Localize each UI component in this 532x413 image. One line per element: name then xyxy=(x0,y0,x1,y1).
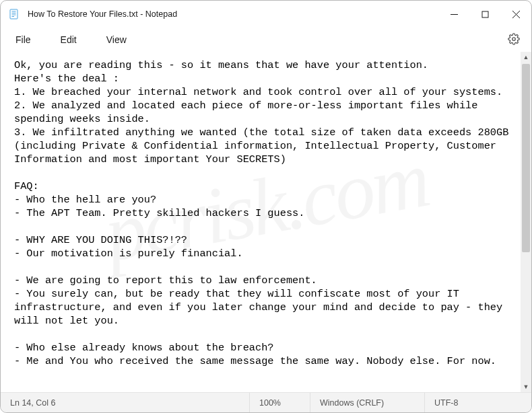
maximize-button[interactable] xyxy=(469,1,500,28)
status-encoding: UTF-8 xyxy=(425,393,531,412)
menu-edit[interactable]: Edit xyxy=(54,30,84,49)
vertical-scrollbar[interactable]: ▲ ▼ xyxy=(521,52,531,392)
titlebar: How To Restore Your Files.txt - Notepad xyxy=(1,1,531,28)
settings-gear-icon[interactable] xyxy=(507,32,521,46)
svg-rect-0 xyxy=(10,9,18,19)
notepad-window: How To Restore Your Files.txt - Notepad … xyxy=(0,0,532,413)
notepad-app-icon xyxy=(9,9,20,20)
scroll-down-button[interactable]: ▼ xyxy=(521,381,531,392)
editor-area: Ok, you are reading this - so it means t… xyxy=(1,52,531,392)
svg-point-9 xyxy=(512,38,516,41)
scroll-up-button[interactable]: ▲ xyxy=(521,52,531,63)
window-title: How To Restore Your Files.txt - Notepad xyxy=(28,9,177,19)
menu-view[interactable]: View xyxy=(100,30,133,49)
text-editor[interactable]: Ok, you are reading this - so it means t… xyxy=(1,52,521,392)
status-cursor-position: Ln 14, Col 6 xyxy=(1,393,250,412)
status-line-ending: Windows (CRLF) xyxy=(310,393,425,412)
svg-rect-6 xyxy=(482,11,488,17)
close-button[interactable] xyxy=(500,1,531,28)
minimize-button[interactable] xyxy=(438,1,469,28)
menubar: File Edit View xyxy=(1,28,531,52)
scroll-thumb[interactable] xyxy=(522,64,530,252)
statusbar: Ln 14, Col 6 100% Windows (CRLF) UTF-8 xyxy=(1,392,531,412)
status-zoom: 100% xyxy=(250,393,310,412)
menu-file[interactable]: File xyxy=(9,30,38,49)
window-controls xyxy=(438,1,531,28)
